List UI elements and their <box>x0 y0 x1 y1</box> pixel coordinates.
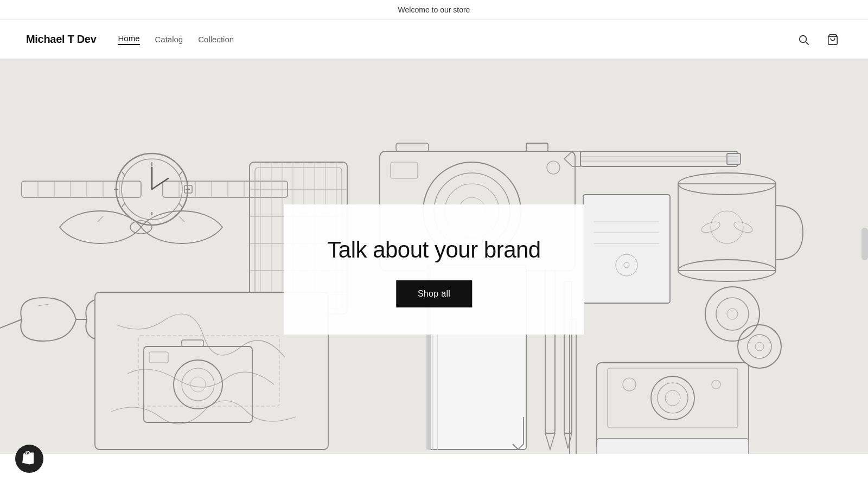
hero-headline: Talk about your brand <box>327 237 540 263</box>
svg-line-1 <box>806 42 808 44</box>
hero-section: Talk about your brand Shop all <box>0 59 868 454</box>
svg-rect-94 <box>597 439 749 454</box>
header-right <box>794 30 842 49</box>
header: Michael T Dev Home Catalog Collection <box>0 20 868 59</box>
nav-link-catalog[interactable]: Catalog <box>155 35 183 44</box>
nav-link-collection[interactable]: Collection <box>198 35 234 44</box>
nav-link-home[interactable]: Home <box>118 34 139 45</box>
shop-all-button[interactable]: Shop all <box>396 280 472 307</box>
header-left: Michael T Dev Home Catalog Collection <box>26 33 234 46</box>
hero-card: Talk about your brand Shop all <box>284 204 584 335</box>
nav: Home Catalog Collection <box>118 34 234 45</box>
scroll-indicator <box>861 228 868 260</box>
search-button[interactable] <box>794 30 813 49</box>
announcement-bar: Welcome to our store <box>0 0 868 20</box>
svg-rect-69 <box>583 195 670 303</box>
svg-rect-59 <box>727 153 741 164</box>
shopify-icon <box>22 451 37 466</box>
search-icon <box>797 34 809 46</box>
announcement-text: Welcome to our store <box>398 5 470 14</box>
cart-icon <box>827 34 839 46</box>
cart-button[interactable] <box>824 30 842 49</box>
svg-rect-92 <box>597 363 749 450</box>
store-name[interactable]: Michael T Dev <box>26 33 96 46</box>
shopify-badge[interactable] <box>15 445 43 473</box>
